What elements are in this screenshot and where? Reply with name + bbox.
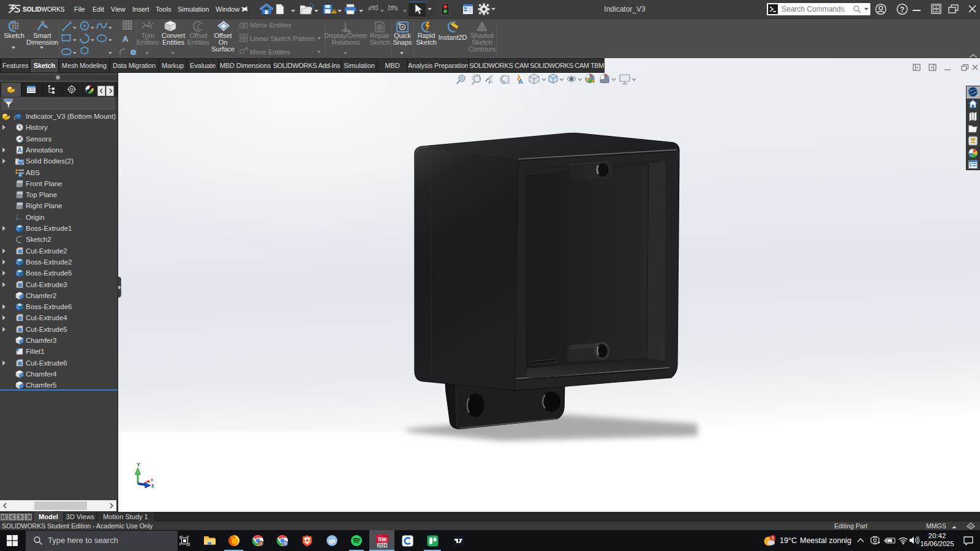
svg-text:2024: 2024 bbox=[378, 543, 387, 547]
svg-text:SOLIDWORKS: SOLIDWORKS bbox=[23, 6, 65, 13]
svg-text:A: A bbox=[518, 78, 523, 85]
svg-text:?: ? bbox=[900, 6, 904, 14]
svg-text:SW: SW bbox=[378, 536, 387, 542]
svg-text:o: o bbox=[260, 541, 262, 545]
svg-text:N: N bbox=[284, 541, 287, 545]
svg-text:z: z bbox=[151, 482, 154, 489]
svg-text:qb: qb bbox=[329, 538, 336, 544]
svg-text:A: A bbox=[123, 34, 129, 43]
svg-text:Y: Y bbox=[137, 462, 140, 468]
svg-text:x: x bbox=[151, 477, 154, 482]
svg-text:1: 1 bbox=[772, 536, 774, 540]
